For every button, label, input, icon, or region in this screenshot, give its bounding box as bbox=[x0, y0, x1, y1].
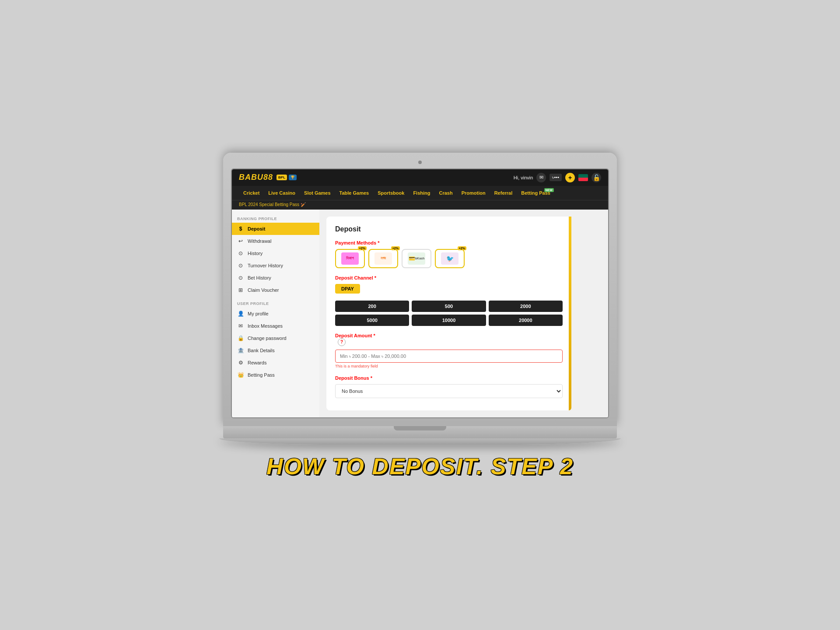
payment-rocket[interactable]: +2% 🐦 bbox=[435, 249, 465, 268]
claim-voucher-icon: ⊞ bbox=[237, 287, 244, 293]
payment-methods-container: +2% বিকাশ +2% নগদ bbox=[335, 249, 563, 268]
quick-amount-buttons: 200 500 2000 5000 10000 20000 bbox=[335, 301, 563, 326]
balance-display: ৳••• bbox=[550, 174, 562, 181]
banking-section-title: Banking Profile bbox=[232, 215, 319, 223]
bank-icon: 🏦 bbox=[237, 347, 244, 354]
sidebar-item-bank-label: Bank Details bbox=[248, 348, 275, 353]
amount-btn-200[interactable]: 200 bbox=[335, 301, 409, 312]
nav-item-sportsbook[interactable]: Sportsbook bbox=[373, 186, 409, 200]
nav-item-fishing[interactable]: Fishing bbox=[409, 186, 434, 200]
sidebar-item-rewards-label: Rewards bbox=[248, 360, 266, 365]
sidebar-item-claim-voucher[interactable]: ⊞ Claim Voucher bbox=[232, 284, 319, 296]
sidebar-item-betting-pass[interactable]: 👑 Betting Pass bbox=[232, 369, 319, 381]
main-layout: Banking Profile $ Deposit ↩ Withdrawal bbox=[232, 210, 608, 417]
mail-icon[interactable]: ✉ bbox=[536, 173, 546, 182]
deposit-channel-section: Deposit Channel * DPAY bbox=[335, 275, 563, 294]
site-header: BABU88 BPL 🏆 Hi, vinvin ✉ ৳••• + bbox=[232, 169, 608, 186]
gold-accent-bar bbox=[569, 217, 571, 410]
user-section-title: User Profile bbox=[232, 300, 319, 308]
lock-icon[interactable]: 🔓 bbox=[592, 173, 601, 182]
sub-nav: BPL 2024 Special Betting Pass 🏏 bbox=[232, 200, 608, 210]
deposit-bonus-select[interactable]: No Bonus bbox=[335, 384, 563, 398]
nav-item-live-casino[interactable]: Live Casino bbox=[264, 186, 300, 200]
nav-item-crash[interactable]: Crash bbox=[434, 186, 457, 200]
content-area: Deposit Payment Methods * +2% ব bbox=[319, 210, 608, 417]
withdrawal-icon: ↩ bbox=[237, 238, 244, 244]
sidebar-item-withdrawal-label: Withdrawal bbox=[248, 238, 271, 244]
payment-bkash[interactable]: +2% বিকাশ bbox=[335, 249, 365, 268]
deposit-amount-label: Deposit Amount * ? bbox=[335, 333, 563, 346]
browser-window: BABU88 BPL 🏆 Hi, vinvin ✉ ৳••• + bbox=[232, 169, 608, 417]
nav-item-betting-pass[interactable]: Betting Pass NEW bbox=[517, 186, 555, 200]
caption-text: HOW TO DEPOSIT. STEP 2 bbox=[266, 455, 574, 478]
league-badge-2: 🏆 bbox=[289, 175, 297, 180]
sidebar-item-change-password[interactable]: 🔒 Change password bbox=[232, 332, 319, 344]
flag-icon[interactable] bbox=[578, 174, 588, 181]
amount-btn-2000[interactable]: 2000 bbox=[489, 301, 563, 312]
deposit-title: Deposit bbox=[335, 225, 563, 233]
betting-pass-icon: 👑 bbox=[237, 372, 244, 378]
sidebar-item-bet-history[interactable]: ⊙ Bet History bbox=[232, 272, 319, 284]
amount-btn-10000[interactable]: 10000 bbox=[412, 315, 486, 326]
amount-error-message: This is a mandatory field bbox=[335, 364, 563, 368]
sidebar-item-turnover-label: Turnover History bbox=[248, 263, 283, 268]
nagad-icon: নগদ bbox=[374, 252, 392, 265]
league-badge-1: BPL bbox=[276, 175, 287, 180]
dpay-button[interactable]: DPAY bbox=[335, 284, 360, 294]
sidebar-item-bet-history-label: Bet History bbox=[248, 275, 271, 280]
caption-area: HOW TO DEPOSIT. STEP 2 bbox=[266, 455, 574, 478]
sidebar-item-password-label: Change password bbox=[248, 336, 287, 341]
logo-area: BABU88 BPL 🏆 bbox=[239, 173, 297, 182]
turnover-icon: ⊙ bbox=[237, 262, 244, 269]
nagad-bonus-tag: +2% bbox=[391, 246, 400, 250]
sidebar-item-rewards[interactable]: ⚙ Rewards bbox=[232, 357, 319, 369]
sidebar-item-deposit-label: Deposit bbox=[248, 226, 265, 231]
sidebar-item-claim-label: Claim Voucher bbox=[248, 287, 279, 293]
rewards-icon: ⚙ bbox=[237, 360, 244, 366]
bkash2-icon: 💳 bKash bbox=[408, 252, 425, 265]
sidebar-item-turnover-history[interactable]: ⊙ Turnover History bbox=[232, 259, 319, 272]
logo: BABU88 bbox=[239, 173, 273, 182]
amount-btn-500[interactable]: 500 bbox=[412, 301, 486, 312]
camera-notch bbox=[418, 161, 422, 164]
nav-item-slot-games[interactable]: Slot Games bbox=[300, 186, 335, 200]
help-icon[interactable]: ? bbox=[338, 338, 346, 346]
nav-item-referral[interactable]: Referral bbox=[490, 186, 517, 200]
sidebar-item-inbox[interactable]: ✉ Inbox Messages bbox=[232, 320, 319, 332]
payment-methods-label: Payment Methods * bbox=[335, 240, 563, 245]
bpl-link[interactable]: BPL 2024 Special Betting Pass 🏏 bbox=[239, 202, 601, 207]
sidebar-item-my-profile[interactable]: 👤 My profile bbox=[232, 308, 319, 320]
rocket-icon: 🐦 bbox=[441, 252, 458, 265]
deposit-channel-label: Deposit Channel * bbox=[335, 275, 563, 280]
header-right: Hi, vinvin ✉ ৳••• + 🔓 bbox=[514, 173, 601, 182]
nav-item-table-games[interactable]: Table Games bbox=[335, 186, 374, 200]
history-icon: ⊙ bbox=[237, 250, 244, 256]
sidebar-item-withdrawal[interactable]: ↩ Withdrawal bbox=[232, 235, 319, 247]
deposit-amount-input[interactable] bbox=[335, 350, 563, 363]
deposit-bonus-section: Deposit Bonus * No Bonus bbox=[335, 375, 563, 398]
sidebar-item-history[interactable]: ⊙ History bbox=[232, 247, 319, 259]
nav-item-cricket[interactable]: Cricket bbox=[239, 186, 264, 200]
bkash-icon: বিকাশ bbox=[341, 252, 359, 265]
deposit-bonus-label: Deposit Bonus * bbox=[335, 375, 563, 381]
laptop-screen: BABU88 BPL 🏆 Hi, vinvin ✉ ৳••• + bbox=[231, 168, 609, 418]
deposit-card: Deposit Payment Methods * +2% ব bbox=[326, 217, 571, 410]
nav-item-promotion[interactable]: Promotion bbox=[457, 186, 490, 200]
sidebar-item-deposit[interactable]: $ Deposit bbox=[232, 223, 319, 235]
amount-input-wrapper bbox=[335, 350, 563, 363]
sidebar-item-inbox-label: Inbox Messages bbox=[248, 323, 283, 329]
sidebar-item-betting-pass-label: Betting Pass bbox=[248, 372, 275, 378]
amount-btn-20000[interactable]: 20000 bbox=[489, 315, 563, 326]
sidebar-item-bank-details[interactable]: 🏦 Bank Details bbox=[232, 344, 319, 357]
laptop-base bbox=[223, 426, 617, 438]
add-funds-button[interactable]: + bbox=[565, 173, 575, 182]
payment-nagad[interactable]: +2% নগদ bbox=[368, 249, 398, 268]
main-nav: Cricket Live Casino Slot Games Table Gam… bbox=[232, 186, 608, 200]
payment-bkash2[interactable]: 💳 bKash bbox=[402, 249, 431, 268]
laptop-bottom bbox=[219, 438, 621, 444]
greeting-text: Hi, vinvin bbox=[514, 175, 533, 180]
amount-btn-5000[interactable]: 5000 bbox=[335, 315, 409, 326]
sidebar: Banking Profile $ Deposit ↩ Withdrawal bbox=[232, 210, 319, 417]
sidebar-item-profile-label: My profile bbox=[248, 311, 269, 316]
bkash-bonus-tag: +2% bbox=[358, 246, 367, 250]
